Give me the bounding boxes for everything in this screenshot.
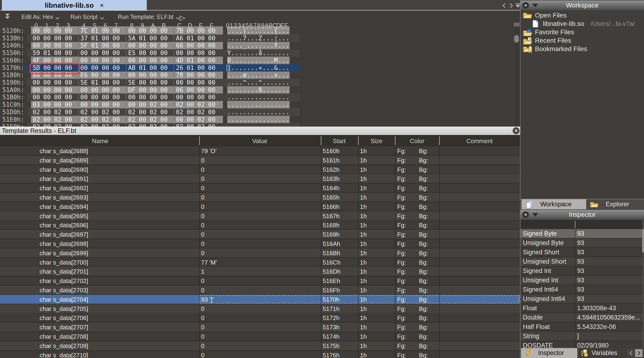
hex-byte[interactable]: 00 xyxy=(187,94,197,101)
ascii-char[interactable]: . xyxy=(238,72,243,78)
template-row[interactable]: char s_data[2709]05175h1hFg:Bg: xyxy=(0,341,520,350)
template-col-header-start[interactable]: Start xyxy=(333,138,346,145)
ascii-char[interactable]: . xyxy=(235,123,239,126)
ascii-char[interactable]: . xyxy=(286,64,290,71)
ascii-char[interactable]: . xyxy=(231,72,235,78)
hex-byte[interactable]: 02 xyxy=(197,108,208,116)
hex-byte[interactable]: 66 xyxy=(176,42,187,49)
ascii-char[interactable]: . xyxy=(250,57,255,64)
hex-byte[interactable]: 00 xyxy=(54,94,65,101)
ascii-char[interactable]: . xyxy=(250,35,255,42)
hex-byte[interactable]: 00 xyxy=(43,123,54,126)
ascii-char[interactable]: . xyxy=(242,123,247,126)
template-col-header-size[interactable]: Size xyxy=(371,138,382,145)
hex-byte[interactable]: 00 xyxy=(128,42,139,49)
hex-byte[interactable]: 4D xyxy=(176,57,187,64)
ascii-char[interactable]: . xyxy=(254,72,258,78)
hex-byte[interactable]: 00 xyxy=(187,101,197,108)
hex-byte[interactable]: 00 xyxy=(32,35,43,42)
hex-byte[interactable]: 00 xyxy=(208,42,219,49)
ascii-char[interactable]: . xyxy=(258,42,262,49)
hex-byte[interactable]: 00 xyxy=(128,27,139,34)
ascii-char[interactable]: . xyxy=(227,101,231,108)
hex-byte[interactable]: 00 xyxy=(80,86,91,94)
hex-byte[interactable]: 01 xyxy=(43,50,54,56)
ascii-char[interactable]: . xyxy=(266,94,270,101)
hex-byte[interactable]: 00 xyxy=(54,42,65,49)
hex-byte[interactable]: 00 xyxy=(150,64,160,71)
hex-byte[interactable]: 00 xyxy=(80,57,91,64)
hex-byte[interactable]: 00 xyxy=(160,72,171,78)
ascii-char[interactable]: . xyxy=(250,50,255,56)
ascii-char[interactable]: . xyxy=(262,50,266,56)
ascii-char[interactable]: . xyxy=(250,108,255,116)
hex-byte[interactable]: 00 xyxy=(102,50,112,56)
hex-byte[interactable]: 00 xyxy=(197,94,208,101)
hex-byte[interactable]: 00 xyxy=(208,64,219,71)
hex-byte[interactable]: 01 xyxy=(139,64,150,71)
ascii-char[interactable]: . xyxy=(258,94,262,101)
ascii-char[interactable]: . xyxy=(235,94,239,101)
ascii-char[interactable]: . xyxy=(266,123,270,126)
ascii-char[interactable]: . xyxy=(278,64,282,71)
ascii-char[interactable]: . xyxy=(282,116,286,123)
hex-byte[interactable]: 00 xyxy=(208,35,219,42)
ascii-char[interactable]: . xyxy=(266,72,270,78)
hex-byte[interactable]: 00 xyxy=(139,72,150,78)
panel-menu-icon[interactable] xyxy=(532,4,538,7)
sidebar-item-open-files[interactable]: Open Files xyxy=(520,11,644,20)
ascii-char[interactable]: . xyxy=(286,57,290,64)
hex-byte[interactable]: 00 xyxy=(208,57,219,64)
ascii-char[interactable]: . xyxy=(258,57,262,64)
ascii-char[interactable]: . xyxy=(266,101,270,108)
hex-byte[interactable]: 00 xyxy=(139,94,150,101)
ascii-char[interactable]: . xyxy=(227,42,231,49)
hex-byte[interactable]: 00 xyxy=(197,79,208,86)
ascii-char[interactable]: { xyxy=(274,27,278,34)
hex-byte[interactable]: 00 xyxy=(102,27,112,34)
hex-byte[interactable]: 00 xyxy=(91,123,102,126)
ascii-char[interactable]: f xyxy=(274,42,278,49)
hex-byte[interactable]: 00 xyxy=(128,72,139,78)
hex-byte[interactable]: 00 xyxy=(150,86,160,94)
ascii-char[interactable]: . xyxy=(227,35,231,42)
hex-byte[interactable]: 00 xyxy=(91,108,102,116)
hex-byte[interactable]: 00 xyxy=(65,94,76,101)
hex-byte[interactable]: 00 xyxy=(43,27,54,34)
hex-byte[interactable]: 02 xyxy=(54,123,65,126)
tab-variables[interactable]: Variables xyxy=(578,348,626,358)
hex-byte[interactable]: 02 xyxy=(32,123,43,126)
hex-byte[interactable]: 00 xyxy=(197,86,208,94)
ascii-char[interactable]: . xyxy=(250,101,255,108)
hex-byte[interactable]: 4F xyxy=(32,57,43,64)
hex-byte[interactable]: 02 xyxy=(150,116,160,123)
ascii-char[interactable]: . xyxy=(238,94,243,101)
hex-byte[interactable]: 00 xyxy=(32,86,43,94)
collapse-toolbar-icon[interactable] xyxy=(5,13,10,20)
ascii-char[interactable]: . xyxy=(242,86,247,94)
hex-byte[interactable]: 00 xyxy=(65,57,76,64)
hex-byte[interactable]: 00 xyxy=(150,50,160,56)
ascii-char[interactable]: ß xyxy=(258,86,262,94)
ascii-char[interactable]: . xyxy=(238,57,243,64)
ascii-char[interactable]: . xyxy=(266,42,270,49)
ascii-char[interactable]: . xyxy=(274,50,278,56)
inspector-row[interactable]: Float1.303208e-43 xyxy=(520,304,642,313)
hex-byte[interactable]: 00 xyxy=(187,123,197,126)
ascii-char[interactable]: . xyxy=(282,64,286,71)
ascii-char[interactable]: _ xyxy=(242,42,247,49)
ascii-char[interactable]: . xyxy=(246,50,251,56)
ascii-char[interactable]: . xyxy=(227,108,231,116)
ascii-char[interactable]: . xyxy=(238,42,243,49)
hex-byte[interactable]: 00 xyxy=(80,50,91,56)
ascii-char[interactable]: . xyxy=(282,94,286,101)
ascii-char[interactable]: . xyxy=(246,64,251,71)
hex-byte[interactable]: 00 xyxy=(150,94,160,101)
ascii-char[interactable]: . xyxy=(262,27,266,34)
ascii-char[interactable]: . xyxy=(246,72,251,78)
ascii-char[interactable]: . xyxy=(262,72,266,78)
ascii-char[interactable]: . xyxy=(235,50,239,56)
hex-byte[interactable]: 00 xyxy=(150,79,160,86)
hex-byte[interactable]: 00 xyxy=(112,35,123,42)
ascii-char[interactable]: . xyxy=(242,101,247,108)
